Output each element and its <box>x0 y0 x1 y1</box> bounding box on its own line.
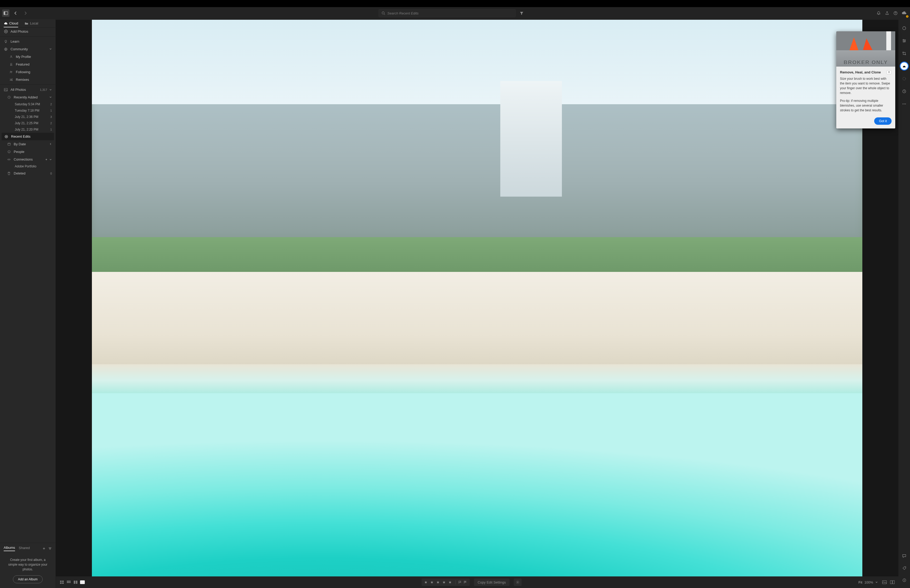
macos-letterbox-top <box>0 0 910 7</box>
sidebar-item-featured[interactable]: Featured <box>0 61 55 68</box>
tab-local[interactable]: Local <box>24 21 38 27</box>
all-photos-label: All Photos <box>11 88 26 92</box>
tab-cloud-label: Cloud <box>9 21 18 25</box>
chevron-down-icon <box>875 581 878 583</box>
plus-circle-icon <box>4 29 8 34</box>
tab-local-label: Local <box>30 21 38 25</box>
coach-mark-paragraph-2: Pro-tip: if removing multiple blemishes,… <box>840 99 892 113</box>
copy-edit-settings-button[interactable]: Copy Edit Settings <box>474 578 509 586</box>
add-album-icon[interactable] <box>42 547 45 550</box>
current-photo[interactable] <box>92 20 862 577</box>
view-compare-button[interactable] <box>73 580 78 584</box>
svg-rect-23 <box>67 581 68 582</box>
add-photos-button[interactable]: Add Photos <box>0 27 55 35</box>
svg-point-41 <box>903 104 904 105</box>
more-button[interactable] <box>900 100 908 108</box>
face-icon <box>7 150 11 153</box>
svg-rect-34 <box>892 581 894 584</box>
svg-rect-20 <box>62 581 64 582</box>
cloud-icon <box>4 22 8 25</box>
sidebar-item-following[interactable]: Following <box>0 68 55 76</box>
svg-rect-25 <box>70 581 71 582</box>
view-detail-button[interactable] <box>80 580 85 584</box>
filter-button[interactable] <box>518 9 525 17</box>
share-button[interactable] <box>883 9 891 17</box>
masking-button[interactable] <box>900 75 908 82</box>
keywords-button[interactable] <box>900 564 908 572</box>
search-field[interactable] <box>379 9 516 17</box>
svg-point-7 <box>11 55 11 57</box>
albums-tab[interactable]: Albums <box>4 546 15 551</box>
zoom-control[interactable]: Fit 100% <box>858 580 878 584</box>
gear-icon <box>516 580 519 584</box>
recent-added-entry[interactable]: July 21, 2:25 PM2 <box>0 120 55 126</box>
search-input[interactable] <box>387 11 513 15</box>
sidebar-item-remixes[interactable]: Remixes <box>0 76 55 84</box>
calendar-icon <box>7 142 11 146</box>
sidebar-item-by-date[interactable]: By Date <box>0 140 55 148</box>
sidebar-item-recent-edits[interactable]: Recent Edits <box>2 132 54 140</box>
panels-toggle-button[interactable] <box>2 10 10 17</box>
svg-point-10 <box>11 71 12 72</box>
svg-rect-24 <box>68 581 69 582</box>
crop-button[interactable] <box>900 50 908 57</box>
featured-label: Featured <box>16 62 29 66</box>
svg-point-18 <box>9 151 10 152</box>
healing-button[interactable] <box>900 62 908 70</box>
folder-icon <box>24 22 28 25</box>
sidebar-item-community[interactable]: Community <box>0 45 55 53</box>
sort-icon[interactable] <box>48 547 52 550</box>
comments-button[interactable] <box>900 552 908 560</box>
sidebar-item-learn[interactable]: Learn <box>0 38 55 45</box>
plus-icon[interactable] <box>45 158 48 161</box>
bottom-toolbar: ★ ★ ★ ★ ★ Copy Edit Settings Fit 100% <box>56 577 899 588</box>
recent-added-entry[interactable]: Saturday 5:34 PM2 <box>0 101 55 107</box>
svg-point-42 <box>904 104 905 105</box>
nav-forward-button[interactable] <box>22 9 29 17</box>
coach-mark-title: Remove, Heal, and Clone <box>840 70 881 74</box>
view-grid-button[interactable] <box>60 580 64 584</box>
nav-back-button[interactable] <box>11 9 19 17</box>
coach-mark-popover: BROKER ONLY Remove, Heal, and Clone H Si… <box>836 31 895 128</box>
help-button[interactable] <box>892 9 899 17</box>
edit-sliders-button[interactable] <box>900 37 908 44</box>
sidebar-item-connections[interactable]: Connections <box>0 155 55 163</box>
show-original-button[interactable] <box>882 580 887 584</box>
got-it-button[interactable]: Got it <box>874 117 892 125</box>
notifications-button[interactable] <box>875 9 883 17</box>
svg-point-31 <box>517 582 518 583</box>
add-album-button[interactable]: Add an Album <box>13 575 43 583</box>
albums-empty-text: Create your first album, a simple way to… <box>4 557 52 572</box>
recent-added-entry[interactable]: July 21, 2:20 PM1 <box>0 126 55 132</box>
photos-icon <box>4 88 8 91</box>
svg-rect-26 <box>67 582 68 583</box>
tab-cloud[interactable]: Cloud <box>4 21 18 27</box>
flag-icon[interactable] <box>458 581 462 584</box>
connection-adobe-portfolio[interactable]: Adobe Portfolio <box>0 163 55 170</box>
remixes-label: Remixes <box>16 78 29 82</box>
star-rating[interactable]: ★ ★ ★ ★ ★ <box>424 580 453 584</box>
following-label: Following <box>16 70 30 74</box>
rating-pill[interactable]: ★ ★ ★ ★ ★ <box>422 578 470 586</box>
settings-gear-button[interactable] <box>514 578 522 586</box>
presets-button[interactable] <box>900 24 908 32</box>
svg-rect-27 <box>68 582 69 583</box>
sidebar-item-all-photos[interactable]: All Photos 1,317 <box>0 86 55 94</box>
left-sidebar: Cloud Local Add Photos Learn <box>0 19 56 588</box>
deleted-label: Deleted <box>14 171 26 175</box>
sidebar-item-my-profile[interactable]: My Profile <box>0 53 55 61</box>
reject-flag-icon[interactable] <box>464 581 467 584</box>
sidebar-item-deleted[interactable]: Deleted 0 <box>0 170 55 177</box>
shared-tab[interactable]: Shared <box>19 546 30 551</box>
svg-rect-1 <box>4 11 5 15</box>
recent-added-entry[interactable]: July 21, 2:36 PM3 <box>0 114 55 120</box>
versions-button[interactable] <box>900 88 908 95</box>
sidebar-item-recently-added[interactable]: Recently Added <box>0 94 55 101</box>
before-after-button[interactable] <box>890 580 895 584</box>
svg-point-43 <box>905 104 906 105</box>
recent-added-entry[interactable]: Tuesday 7:18 PM1 <box>0 107 55 114</box>
info-button[interactable] <box>900 577 908 584</box>
view-grid-small-button[interactable] <box>66 580 71 584</box>
sidebar-item-people[interactable]: People <box>0 148 55 155</box>
cloud-sync-button[interactable]: ! <box>900 9 908 17</box>
